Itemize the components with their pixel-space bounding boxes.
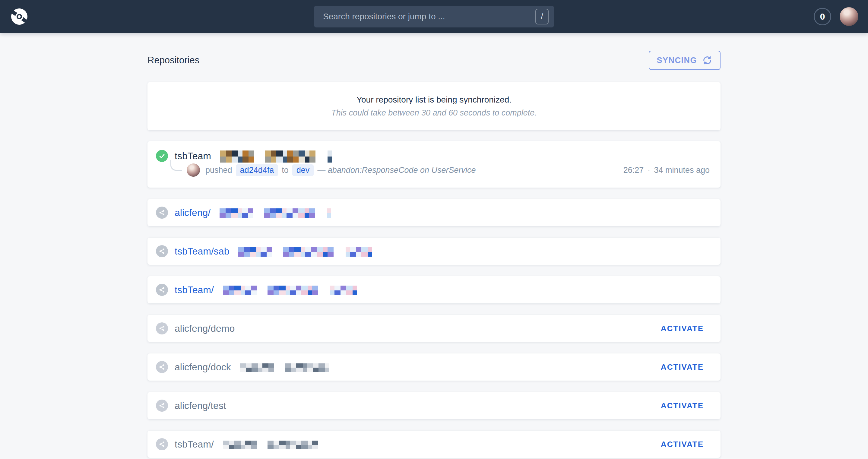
repo-row: alicfeng/test ACTIVATE <box>148 392 720 419</box>
share-icon <box>156 400 168 412</box>
repo-row[interactable]: tsbTeam/ <box>148 276 720 303</box>
build-time-ago: 34 minutes ago <box>654 165 710 175</box>
repo-row[interactable]: tsbTeam/sab <box>148 238 720 265</box>
drone-logo-icon[interactable] <box>10 7 29 26</box>
activate-button[interactable]: ACTIVATE <box>659 324 706 334</box>
syncing-button[interactable]: SYNCING <box>649 51 720 70</box>
repo-row: alicfeng/dock ACTIVATE <box>148 354 720 380</box>
activate-button[interactable]: ACTIVATE <box>659 439 706 449</box>
activate-button[interactable]: ACTIVATE <box>659 362 706 372</box>
search-input[interactable] <box>322 11 535 22</box>
repo-card-built[interactable]: tsbTeam pushed ad24d4fa to dev — abandon… <box>148 141 720 188</box>
global-search: / <box>314 6 554 27</box>
repo-name[interactable]: tsbTeam/ <box>175 284 214 296</box>
sync-notice-title: Your repository list is being synchroniz… <box>356 95 512 105</box>
topbar-right-group: 0 <box>814 7 858 26</box>
sync-refresh-icon <box>702 55 713 66</box>
notification-count-badge[interactable]: 0 <box>814 8 831 25</box>
repo-title-line: tsbTeam <box>156 149 710 163</box>
redacted-repo-name <box>223 440 318 449</box>
build-success-icon <box>156 150 168 162</box>
repo-name: alicfeng/demo <box>175 323 235 334</box>
share-icon <box>156 207 168 219</box>
user-avatar[interactable] <box>840 7 858 26</box>
top-navigation-bar: / 0 <box>0 0 868 33</box>
build-info-line: pushed ad24d4fa to dev — abandon:Respons… <box>170 163 710 177</box>
page-header: Repositories SYNCING <box>148 33 720 69</box>
build-preposition: to <box>282 165 289 175</box>
commit-hash-chip[interactable]: ad24d4fa <box>236 164 278 176</box>
repo-name[interactable]: alicfeng/ <box>175 207 211 218</box>
share-icon <box>156 361 168 373</box>
share-icon <box>156 245 168 257</box>
build-number: 26:27 <box>623 165 644 175</box>
repo-row: alicfeng/demo ACTIVATE <box>148 315 720 342</box>
redacted-repo-name <box>223 285 357 295</box>
syncing-button-label: SYNCING <box>657 56 697 65</box>
dot-separator: · <box>647 165 650 175</box>
page-title: Repositories <box>148 55 199 66</box>
branch-chip[interactable]: dev <box>292 164 314 176</box>
search-shortcut-key: / <box>535 9 549 24</box>
repo-row[interactable]: alicfeng/ <box>148 199 720 226</box>
commit-message: — abandon:ResponseCode on UserService <box>317 165 476 175</box>
sync-notice-subtitle: This could take between 30 and 60 second… <box>331 108 536 118</box>
build-time-group: 26:27 · 34 minutes ago <box>623 165 710 175</box>
repo-name: alicfeng/dock <box>175 362 231 373</box>
repo-name: tsbTeam/ <box>175 439 214 450</box>
redacted-repo-name <box>220 151 332 162</box>
sync-notice-card: Your repository list is being synchroniz… <box>148 82 720 130</box>
repo-name[interactable]: tsbTeam/sab <box>175 246 229 257</box>
activate-button[interactable]: ACTIVATE <box>659 401 706 411</box>
branch-connector-line <box>170 160 182 171</box>
redacted-repo-name <box>240 363 329 372</box>
share-icon <box>156 284 168 296</box>
repo-name: alicfeng/test <box>175 400 226 411</box>
repo-row: tsbTeam/ ACTIVATE <box>148 431 720 458</box>
page-container: Repositories SYNCING Your repository lis… <box>148 33 720 458</box>
share-icon <box>156 323 168 334</box>
share-icon <box>156 438 168 450</box>
redacted-repo-name <box>238 247 372 257</box>
build-description: pushed ad24d4fa to dev — abandon:Respons… <box>206 164 476 176</box>
build-action: pushed <box>206 165 232 175</box>
committer-avatar <box>187 163 200 177</box>
redacted-repo-name <box>220 208 331 218</box>
